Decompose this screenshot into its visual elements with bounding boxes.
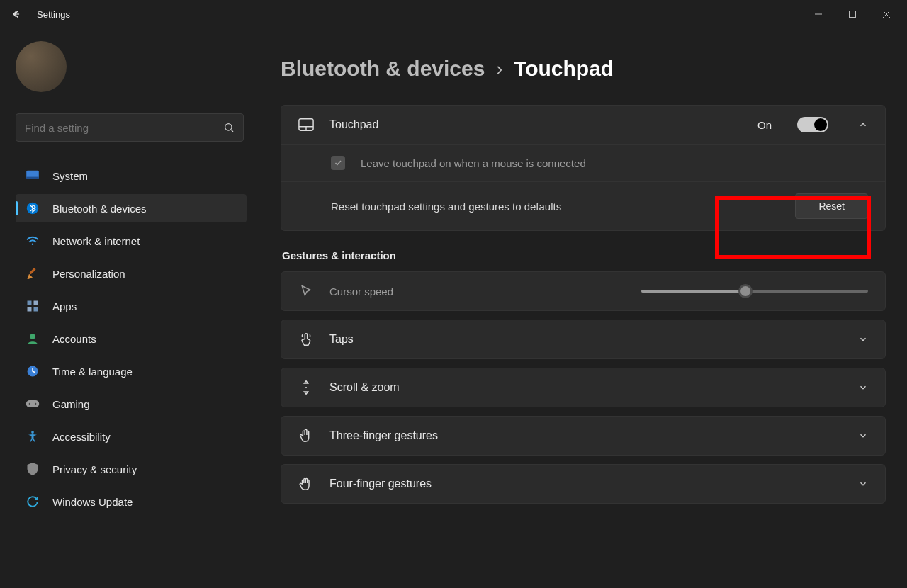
- nav-personalization[interactable]: Personalization: [16, 259, 247, 288]
- cursor-speed-label: Cursor speed: [329, 285, 626, 298]
- nav-accounts[interactable]: Accounts: [16, 324, 247, 353]
- svg-point-15: [30, 334, 35, 339]
- nav-update[interactable]: Windows Update: [16, 487, 247, 516]
- brush-icon: [26, 266, 40, 281]
- cursor-speed-panel: Cursor speed: [281, 271, 886, 311]
- svg-rect-17: [26, 400, 39, 407]
- bluetooth-icon: [26, 201, 40, 215]
- nav-label: Time & language: [52, 366, 133, 378]
- chevron-right-icon: ›: [496, 58, 502, 80]
- scroll-zoom-panel[interactable]: Scroll & zoom: [281, 368, 886, 407]
- gestures-header: Gestures & interaction: [282, 249, 886, 261]
- titlebar: Settings: [0, 0, 907, 28]
- nav-label: Network & internet: [52, 235, 140, 247]
- person-icon: [26, 332, 40, 346]
- cursor-icon: [298, 283, 314, 299]
- hand-icon: [298, 428, 314, 443]
- reset-label: Reset touchpad settings and gestures to …: [331, 200, 779, 213]
- nav-label: Bluetooth & devices: [52, 203, 147, 215]
- breadcrumb-parent[interactable]: Bluetooth & devices: [281, 57, 485, 81]
- touchpad-toggle[interactable]: [797, 117, 828, 132]
- three-finger-label: Three-finger gestures: [329, 429, 843, 442]
- chevron-down-icon[interactable]: [858, 479, 868, 489]
- nav-time[interactable]: Time & language: [16, 357, 247, 385]
- accessibility-icon: [26, 429, 40, 443]
- nav-system[interactable]: System: [16, 162, 247, 190]
- system-icon: [26, 169, 40, 183]
- nav-gaming[interactable]: Gaming: [16, 390, 247, 418]
- clock-icon: [26, 364, 40, 378]
- svg-point-9: [32, 244, 34, 246]
- nav-label: Accessibility: [52, 431, 111, 443]
- svg-point-4: [225, 124, 232, 130]
- nav-label: Windows Update: [52, 496, 133, 508]
- svg-rect-1: [850, 11, 856, 18]
- apps-icon: [26, 299, 40, 313]
- nav-label: Apps: [52, 300, 77, 312]
- gamepad-icon: [26, 397, 40, 411]
- three-finger-panel[interactable]: Three-finger gestures: [281, 416, 886, 456]
- scroll-icon: [298, 380, 314, 395]
- shield-icon: [26, 462, 40, 476]
- minimize-button[interactable]: [802, 3, 835, 26]
- page-title: Touchpad: [514, 57, 614, 81]
- hand-icon: [298, 476, 314, 492]
- search-icon: [223, 122, 235, 133]
- svg-rect-11: [28, 301, 32, 305]
- svg-rect-13: [28, 307, 32, 312]
- touchpad-label: Touchpad: [329, 118, 742, 131]
- nav-label: System: [52, 170, 88, 182]
- four-finger-panel[interactable]: Four-finger gestures: [281, 464, 886, 504]
- leave-mouse-row[interactable]: Leave touchpad on when a mouse is connec…: [281, 144, 885, 181]
- chevron-down-icon[interactable]: [858, 431, 868, 441]
- touchpad-toggle-row[interactable]: Touchpad On: [281, 106, 885, 144]
- svg-point-18: [29, 403, 30, 405]
- svg-rect-12: [34, 301, 38, 305]
- avatar[interactable]: [16, 41, 67, 92]
- nav-label: Gaming: [52, 398, 90, 410]
- scroll-label: Scroll & zoom: [329, 381, 843, 394]
- nav-network[interactable]: Network & internet: [16, 227, 247, 255]
- taps-panel[interactable]: Taps: [281, 320, 886, 359]
- nav-bluetooth[interactable]: Bluetooth & devices: [16, 194, 247, 222]
- svg-point-20: [31, 431, 34, 434]
- chevron-down-icon[interactable]: [858, 334, 868, 344]
- svg-rect-7: [26, 177, 39, 179]
- reset-button[interactable]: Reset: [795, 193, 868, 219]
- maximize-button[interactable]: [836, 3, 869, 26]
- toggle-state: On: [757, 119, 772, 131]
- window-title: Settings: [37, 9, 70, 20]
- cursor-speed-row: Cursor speed: [281, 272, 885, 310]
- nav-apps[interactable]: Apps: [16, 292, 247, 320]
- nav-label: Accounts: [52, 333, 96, 345]
- leave-on-label: Leave touchpad on when a mouse is connec…: [361, 157, 868, 169]
- svg-line-5: [231, 130, 233, 132]
- back-button[interactable]: [9, 7, 23, 21]
- svg-rect-14: [34, 307, 38, 312]
- nav-accessibility[interactable]: Accessibility: [16, 422, 247, 451]
- checkbox-leave-on[interactable]: [331, 156, 345, 170]
- reset-row: Reset touchpad settings and gestures to …: [281, 181, 885, 230]
- svg-point-24: [305, 387, 307, 388]
- four-finger-label: Four-finger gestures: [329, 477, 843, 490]
- nav-privacy[interactable]: Privacy & security: [16, 455, 247, 483]
- svg-rect-10: [29, 268, 35, 274]
- content: Bluetooth & devices › Touchpad Touchpad …: [255, 28, 907, 588]
- svg-point-19: [35, 403, 36, 405]
- tap-icon: [298, 332, 314, 347]
- nav-label: Personalization: [52, 268, 125, 280]
- search-box[interactable]: [16, 113, 244, 142]
- close-button[interactable]: [870, 3, 903, 26]
- search-input[interactable]: [25, 122, 223, 134]
- touchpad-icon: [298, 117, 314, 132]
- touchpad-panel: Touchpad On Leave touchpad on when a mou…: [281, 105, 886, 231]
- sidebar: System Bluetooth & devices Network & int…: [0, 28, 255, 588]
- cursor-speed-slider[interactable]: [641, 290, 868, 293]
- nav-label: Privacy & security: [52, 463, 137, 475]
- chevron-down-icon[interactable]: [858, 383, 868, 392]
- wifi-icon: [26, 234, 40, 248]
- update-icon: [26, 494, 40, 509]
- breadcrumb: Bluetooth & devices › Touchpad: [281, 57, 886, 81]
- taps-label: Taps: [329, 333, 843, 346]
- chevron-up-icon[interactable]: [858, 120, 868, 130]
